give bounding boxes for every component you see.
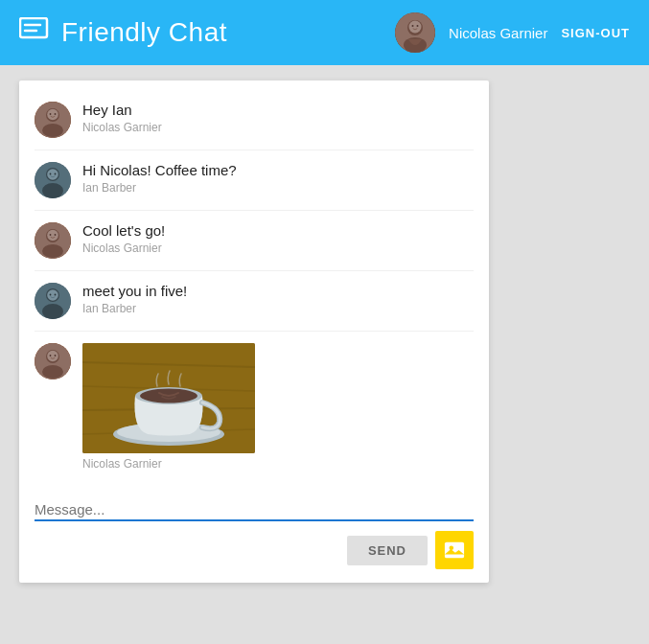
svg-point-13 (50, 113, 52, 115)
svg-point-31 (50, 294, 52, 296)
chat-icon (19, 17, 50, 49)
avatar (35, 343, 71, 380)
table-row: Nicolas Garnier (35, 332, 474, 482)
svg-point-11 (42, 124, 63, 137)
chat-card: Hey Ian Nicolas Garnier (19, 80, 489, 583)
table-row: Hey Ian Nicolas Garnier (35, 90, 474, 150)
svg-point-25 (50, 234, 52, 236)
svg-rect-0 (20, 18, 47, 37)
message-author: Nicolas Garnier (82, 121, 474, 134)
svg-point-24 (47, 230, 58, 242)
avatar (35, 162, 71, 198)
header-right: Nicolas Garnier SIGN-OUT (395, 12, 630, 53)
svg-point-18 (47, 169, 58, 180)
user-avatar (395, 12, 435, 53)
svg-point-8 (417, 25, 419, 27)
message-body: Hey Ian Nicolas Garnier (82, 102, 474, 134)
app-title: Friendly Chat (61, 17, 227, 48)
coffee-image (82, 343, 255, 453)
svg-point-38 (55, 355, 57, 356)
message-body: meet you in five! Ian Barber (82, 283, 474, 315)
svg-point-35 (42, 365, 63, 379)
message-text: Cool let's go! (82, 222, 474, 239)
svg-point-17 (42, 183, 63, 198)
avatar (35, 222, 71, 259)
main-content: Hey Ian Nicolas Garnier (0, 65, 649, 598)
svg-point-12 (47, 109, 58, 121)
input-actions: SEND (35, 531, 474, 569)
table-row: Cool let's go! Nicolas Garnier (35, 211, 474, 271)
svg-point-32 (55, 294, 57, 296)
message-body: Nicolas Garnier (82, 343, 474, 471)
message-text: Hey Ian (82, 102, 474, 118)
svg-point-29 (42, 304, 63, 319)
svg-point-37 (50, 355, 52, 356)
send-button[interactable]: SEND (347, 536, 428, 565)
avatar (35, 102, 71, 138)
svg-point-7 (412, 25, 414, 27)
message-input[interactable] (35, 499, 474, 521)
svg-point-26 (55, 234, 57, 236)
app-header: Friendly Chat Nicolas Garnier SIGN-OUT (0, 0, 649, 65)
table-row: Hi Nicolas! Coffee time? Ian Barber (35, 150, 474, 211)
message-author: Nicolas Garnier (82, 242, 474, 255)
sign-out-button[interactable]: SIGN-OUT (561, 26, 630, 40)
message-author: Ian Barber (82, 302, 474, 315)
messages-container: Hey Ian Nicolas Garnier (19, 80, 489, 492)
message-text: Hi Nicolas! Coffee time? (82, 162, 474, 178)
user-display-name: Nicolas Garnier (449, 25, 547, 41)
message-author: Ian Barber (82, 181, 474, 195)
svg-point-19 (50, 173, 52, 175)
image-upload-button[interactable] (435, 531, 474, 569)
header-left: Friendly Chat (19, 17, 227, 49)
input-area: SEND (19, 492, 489, 583)
avatar (35, 283, 71, 319)
svg-point-14 (55, 113, 57, 115)
svg-point-23 (42, 244, 63, 258)
svg-point-6 (409, 21, 422, 34)
message-author: Nicolas Garnier (82, 457, 474, 471)
svg-point-30 (47, 289, 58, 301)
svg-point-49 (450, 545, 454, 550)
image-icon (444, 540, 465, 561)
svg-point-20 (55, 173, 57, 175)
message-text: meet you in five! (82, 283, 474, 299)
svg-point-36 (47, 351, 58, 362)
svg-rect-48 (445, 542, 464, 559)
message-body: Hi Nicolas! Coffee time? Ian Barber (82, 162, 474, 195)
message-body: Cool let's go! Nicolas Garnier (82, 222, 474, 255)
table-row: meet you in five! Ian Barber (35, 271, 474, 332)
